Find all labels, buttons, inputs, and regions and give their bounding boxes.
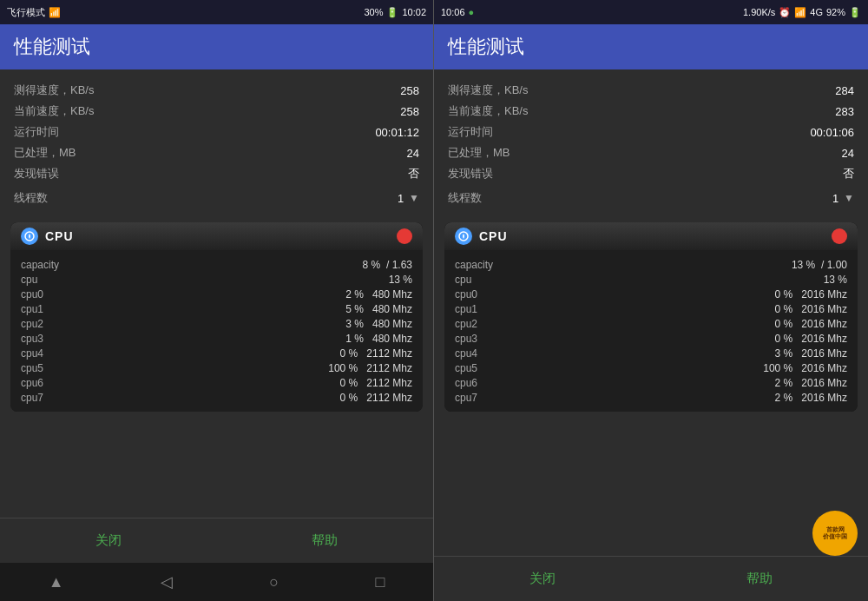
- right-status-dot: ●: [469, 7, 475, 17]
- left-capacity-label: capacity: [21, 259, 73, 271]
- flight-mode-label: 飞行模式: [7, 6, 45, 19]
- right-help-button[interactable]: 帮助: [746, 571, 773, 587]
- right-cpu-title: CPU: [479, 229, 508, 243]
- left-home-icon[interactable]: ◁: [161, 572, 173, 591]
- right-core-row-0: cpu00 % 2016 Mhz: [455, 287, 847, 301]
- right-core-val-0: 0 % 2016 Mhz: [775, 288, 847, 300]
- right-core-label-2: cpu2: [455, 318, 507, 330]
- right-core-label-0: cpu0: [455, 288, 507, 300]
- right-core-val-5: 100 % 2016 Mhz: [763, 362, 847, 374]
- left-core-val-7: 0 % 2112 Mhz: [340, 392, 412, 404]
- left-status-bar: 飞行模式 📶 30% 🔋 10:02: [0, 0, 433, 24]
- right-status-right: 1.90K/s ⏰ 📶 4G 92% 🔋: [743, 7, 861, 18]
- left-current-speed-label: 当前速度，KB/s: [14, 103, 94, 119]
- left-threads-dropdown[interactable]: ▼: [409, 192, 419, 204]
- left-cpu-record-button[interactable]: [397, 228, 412, 244]
- right-cpu-header: CPU: [444, 222, 858, 250]
- left-processed-value: 24: [407, 147, 419, 160]
- right-core-val-3: 0 % 2016 Mhz: [775, 333, 847, 345]
- right-core-row-7: cpu72 % 2016 Mhz: [455, 390, 847, 405]
- right-cpu-total-row: cpu 13 %: [455, 272, 847, 287]
- left-measured-speed-label: 测得速度，KB/s: [14, 83, 94, 98]
- left-core-val-0: 2 % 480 Mhz: [345, 288, 412, 300]
- right-current-speed-value: 283: [835, 105, 854, 118]
- right-alarm-icon: ⏰: [779, 7, 791, 18]
- left-close-button[interactable]: 关闭: [95, 532, 122, 549]
- left-runtime-value: 00:01:12: [375, 126, 419, 139]
- right-cpu-record-button[interactable]: [832, 228, 847, 244]
- right-current-speed-row: 当前速度，KB/s 283: [448, 101, 854, 122]
- right-measured-speed-label: 测得速度，KB/s: [448, 83, 528, 98]
- left-cpu-title: CPU: [45, 229, 74, 243]
- right-cores-container: cpu00 % 2016 Mhzcpu10 % 2016 Mhzcpu20 % …: [455, 287, 847, 405]
- right-capacity-label: capacity: [455, 259, 507, 271]
- left-title: 性能测试: [14, 34, 90, 60]
- left-core-row-6: cpu60 % 2112 Mhz: [21, 375, 412, 390]
- left-bottom-buttons: 关闭 帮助: [0, 518, 433, 563]
- left-core-row-7: cpu70 % 2112 Mhz: [21, 390, 412, 405]
- right-battery: 92%: [826, 7, 845, 17]
- left-stats-section: 测得速度，KB/s 258 当前速度，KB/s 258 运行时间 00:01:1…: [0, 69, 433, 215]
- right-core-row-2: cpu20 % 2016 Mhz: [455, 316, 847, 331]
- left-cpu-data: capacity 8 % / 1.63 cpu 13 % cpu02 % 480…: [10, 250, 423, 412]
- left-core-val-6: 0 % 2112 Mhz: [340, 377, 412, 389]
- left-nav-bar: ▲ ◁ ○ □: [0, 563, 433, 601]
- left-cpu-total-row: cpu 13 %: [21, 272, 412, 287]
- left-core-label-6: cpu6: [21, 377, 73, 389]
- right-errors-row: 发现错误 否: [448, 163, 854, 184]
- right-core-row-4: cpu43 % 2016 Mhz: [455, 346, 847, 360]
- left-core-row-5: cpu5100 % 2112 Mhz: [21, 360, 412, 375]
- left-cpu-section: CPU capacity 8 % / 1.63 cpu 13 % cpu02 %…: [10, 222, 423, 412]
- left-core-val-5: 100 % 2112 Mhz: [328, 362, 412, 374]
- left-square-icon[interactable]: □: [375, 573, 385, 591]
- left-help-button[interactable]: 帮助: [312, 532, 338, 549]
- right-core-label-3: cpu3: [455, 333, 507, 345]
- left-core-row-3: cpu31 % 480 Mhz: [21, 331, 412, 346]
- right-speed: 1.90K/s: [743, 7, 775, 17]
- left-core-row-1: cpu15 % 480 Mhz: [21, 301, 412, 316]
- left-capacity-row: capacity 8 % / 1.63: [21, 257, 412, 272]
- left-threads-value: 1: [398, 192, 404, 205]
- right-core-row-3: cpu30 % 2016 Mhz: [455, 331, 847, 346]
- right-core-label-6: cpu6: [455, 377, 507, 389]
- left-threads-label: 线程数: [14, 190, 48, 206]
- left-current-speed-row: 当前速度，KB/s 258: [14, 101, 419, 122]
- left-core-label-5: cpu5: [21, 362, 73, 374]
- right-cpu-section: CPU capacity 13 % / 1.00 cpu 13 % cpu00 …: [444, 222, 858, 412]
- right-threads-dropdown[interactable]: ▼: [844, 192, 854, 204]
- right-measured-speed-row: 测得速度，KB/s 284: [448, 80, 854, 101]
- right-phone-panel: 10:06 ● 1.90K/s ⏰ 📶 4G 92% 🔋 性能测试 测得速度，K…: [434, 0, 868, 601]
- left-core-label-3: cpu3: [21, 333, 73, 345]
- right-threads-row: 线程数 1 ▼: [448, 188, 854, 208]
- left-core-label-7: cpu7: [21, 392, 73, 404]
- left-title-bar: 性能测试: [0, 24, 433, 69]
- left-thread-right: 1 ▼: [398, 192, 419, 205]
- right-close-button[interactable]: 关闭: [529, 571, 556, 587]
- right-threads-value: 1: [832, 192, 838, 205]
- left-circle-icon[interactable]: ○: [269, 573, 279, 591]
- right-cpu-total-value: 13 %: [824, 274, 847, 286]
- left-core-label-2: cpu2: [21, 318, 73, 330]
- left-cpu-header-left: CPU: [21, 228, 74, 245]
- left-core-label-4: cpu4: [21, 347, 73, 360]
- watermark: 首款网价值中国: [812, 511, 858, 556]
- left-cores-container: cpu02 % 480 Mhzcpu15 % 480 Mhzcpu23 % 48…: [21, 287, 412, 405]
- right-core-label-5: cpu5: [455, 362, 507, 374]
- right-cpu-data: capacity 13 % / 1.00 cpu 13 % cpu00 % 20…: [444, 250, 858, 412]
- left-content: 测得速度，KB/s 258 当前速度，KB/s 258 运行时间 00:01:1…: [0, 69, 433, 518]
- left-status-right: 30% 🔋 10:02: [364, 7, 426, 18]
- left-processed-row: 已处理，MB 24: [14, 142, 419, 163]
- left-core-label-0: cpu0: [21, 288, 73, 300]
- right-processed-row: 已处理，MB 24: [448, 142, 854, 163]
- right-content: 测得速度，KB/s 284 当前速度，KB/s 283 运行时间 00:01:0…: [434, 69, 868, 556]
- left-core-row-2: cpu23 % 480 Mhz: [21, 316, 412, 331]
- left-back-icon[interactable]: ▲: [49, 573, 64, 591]
- right-signal: 4G: [810, 7, 823, 17]
- right-errors-label: 发现错误: [448, 166, 493, 182]
- left-core-row-0: cpu02 % 480 Mhz: [21, 287, 412, 301]
- right-cpu-header-left: CPU: [455, 228, 508, 245]
- right-core-label-4: cpu4: [455, 347, 507, 360]
- left-processed-label: 已处理，MB: [14, 145, 76, 161]
- right-core-label-1: cpu1: [455, 303, 507, 315]
- right-runtime-label: 运行时间: [448, 124, 493, 140]
